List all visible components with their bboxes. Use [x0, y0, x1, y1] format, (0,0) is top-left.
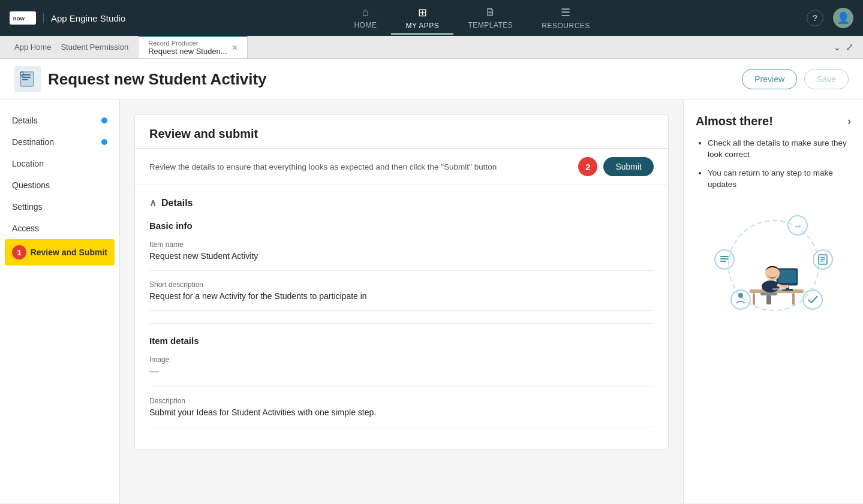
tab-bar: App Home Student Permission Record Produ…: [0, 36, 863, 59]
item-name-field: Item name Request new Student Activity: [149, 240, 654, 271]
nav-items: ⌂ HOME ⊞ MY APPS 🗎 TEMPLATES ☰ RESOURCES: [137, 1, 807, 35]
sidebar-review-step-num: 1: [12, 245, 26, 259]
nav-templates-label: TEMPLATES: [468, 21, 513, 29]
svg-rect-27: [778, 270, 796, 283]
svg-rect-25: [792, 293, 795, 305]
app-name: App Engine Studio: [43, 13, 125, 23]
svg-point-30: [762, 280, 780, 292]
basic-info-title: Basic info: [149, 221, 654, 231]
expand-button[interactable]: ⤢: [846, 41, 853, 53]
short-description-field: Short description Request for a new Acti…: [149, 280, 654, 311]
save-button[interactable]: Save: [804, 69, 849, 89]
svg-rect-24: [753, 293, 755, 305]
nav-resources[interactable]: ☰ RESOURCES: [527, 1, 605, 35]
svg-rect-32: [760, 292, 777, 295]
review-subtitle-row: Review the details to ensure that everyt…: [135, 149, 668, 185]
breadcrumb-tab[interactable]: App Home Student Permission: [5, 36, 139, 58]
tab-type-label: Record Producer Request new Studen...: [148, 40, 227, 56]
svg-rect-4: [22, 77, 31, 78]
templates-icon: 🗎: [485, 6, 497, 19]
top-navigation: now App Engine Studio ⌂ HOME ⊞ MY APPS 🗎…: [0, 0, 863, 36]
sidebar-questions-label: Questions: [12, 180, 50, 190]
breadcrumb-section: Student Permission: [61, 43, 128, 52]
sidebar-destination-label: Destination: [12, 137, 54, 147]
image-label: Image: [149, 355, 654, 364]
sidebar-item-settings[interactable]: Settings: [0, 196, 119, 218]
tip-item-1: Check all the details to make sure they …: [708, 138, 851, 161]
svg-rect-34: [772, 288, 786, 290]
svg-point-17: [731, 290, 750, 309]
section-collapse-icon[interactable]: ∧: [149, 197, 157, 209]
page-icon: [14, 66, 41, 92]
page-title: Request new Student Activity: [48, 70, 267, 89]
main-layout: Details Destination Location Questions S…: [0, 100, 863, 503]
sidebar-item-access[interactable]: Access: [0, 218, 119, 239]
review-card: Review and submit Review the details to …: [134, 114, 669, 449]
nav-resources-label: RESOURCES: [542, 22, 590, 30]
sidebar-item-questions[interactable]: Questions: [0, 174, 119, 196]
svg-rect-33: [766, 295, 771, 304]
nav-myapps-label: MY APPS: [405, 22, 439, 30]
submit-group: 2 Submit: [578, 157, 654, 176]
illustration: →: [696, 203, 851, 322]
sidebar-review-label: Review and Submit: [31, 248, 107, 257]
image-field: Image —: [149, 355, 654, 387]
nav-templates[interactable]: 🗎 TEMPLATES: [453, 1, 527, 35]
review-header: Review and submit: [135, 115, 668, 149]
svg-point-18: [738, 293, 743, 298]
sidebar-destination-dot: [101, 139, 107, 145]
svg-rect-5: [22, 79, 28, 80]
image-value: —: [149, 366, 654, 377]
svg-rect-15: [820, 261, 823, 262]
sidebar-item-destination[interactable]: Destination: [0, 131, 119, 153]
workflow-illustration: →: [708, 203, 840, 322]
sidebar-item-location[interactable]: Location: [0, 153, 119, 174]
submit-button[interactable]: Submit: [603, 157, 654, 176]
sidebar-item-review[interactable]: 1 Review and Submit: [5, 239, 115, 265]
right-panel-chevron-icon[interactable]: ›: [847, 115, 851, 128]
item-name-value: Request new Student Activity: [149, 251, 654, 261]
basic-info-group: Basic info Item name Request new Student…: [149, 221, 654, 311]
section-header-label: Details: [161, 198, 193, 209]
preview-button[interactable]: Preview: [742, 69, 797, 89]
page-header-actions: Preview Save: [742, 69, 849, 89]
record-producer-tab[interactable]: Record Producer Request new Studen... ×: [139, 36, 248, 58]
tab-close-button[interactable]: ×: [232, 43, 237, 53]
svg-rect-14: [820, 259, 825, 260]
svg-text:→: →: [794, 221, 802, 231]
review-title: Review and submit: [149, 127, 258, 141]
right-panel: Almost there! › Check all the details to…: [683, 100, 863, 503]
svg-rect-21: [720, 258, 729, 259]
item-name-label: Item name: [149, 240, 654, 249]
tips-list: Check all the details to make sure they …: [696, 138, 851, 191]
now-logo-icon: now: [10, 10, 36, 26]
sidebar-item-details[interactable]: Details: [0, 110, 119, 131]
svg-rect-13: [820, 257, 825, 258]
review-subtitle-text: Review the details to ensure that everyt…: [149, 162, 497, 171]
description-field: Description Submit your Ideas for Studen…: [149, 397, 654, 427]
description-label: Description: [149, 397, 654, 405]
sidebar-access-label: Access: [12, 224, 39, 233]
short-description-label: Short description: [149, 280, 654, 289]
item-details-title: Item details: [149, 336, 654, 346]
sidebar-settings-label: Settings: [12, 202, 43, 212]
details-section: ∧ Details Basic info Item name Request n…: [135, 185, 668, 449]
svg-point-16: [803, 290, 822, 309]
content-area: Review and submit Review the details to …: [120, 100, 683, 503]
svg-rect-22: [720, 261, 726, 262]
step-badge: 2: [578, 157, 597, 176]
myapps-icon: ⊞: [418, 6, 428, 19]
left-sidebar: Details Destination Location Questions S…: [0, 100, 120, 503]
section-header: ∧ Details: [149, 197, 654, 209]
sidebar-details-dot: [101, 117, 107, 123]
right-panel-title-text: Almost there!: [696, 114, 773, 128]
nav-home-label: HOME: [354, 21, 377, 29]
nav-home[interactable]: ⌂ HOME: [339, 1, 391, 35]
help-button[interactable]: ?: [807, 10, 823, 26]
short-description-value: Request for a new Activity for the Stude…: [149, 291, 654, 301]
collapse-button[interactable]: ⌄: [833, 41, 841, 53]
page-header: Request new Student Activity Preview Sav…: [0, 59, 863, 100]
logo-area[interactable]: now App Engine Studio: [10, 10, 125, 26]
nav-myapps[interactable]: ⊞ MY APPS: [391, 1, 453, 35]
avatar[interactable]: 👤: [833, 8, 853, 28]
